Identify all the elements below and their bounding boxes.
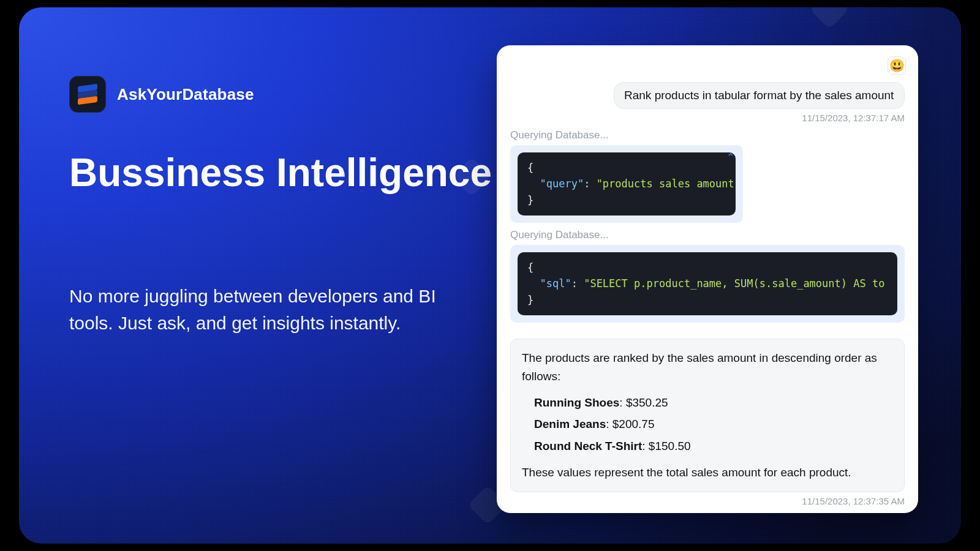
json-key: "sql" xyxy=(540,277,571,290)
brand-logo-icon xyxy=(69,76,106,113)
product-amount: $150.50 xyxy=(649,440,691,452)
product-list: Running Shoes: $350.25 Denim Jeans: $200… xyxy=(534,394,893,455)
product-name: Running Shoes xyxy=(534,396,619,409)
answer-outro: These values represent the total sales a… xyxy=(522,463,893,481)
product-name: Round Neck T-Shirt xyxy=(534,440,642,452)
json-key: "query" xyxy=(540,178,584,190)
product-amount: $350.25 xyxy=(626,396,668,409)
colon: : xyxy=(584,178,596,190)
brace: { xyxy=(527,162,533,174)
emoji-button[interactable]: 😃 xyxy=(888,56,906,75)
colon: : xyxy=(571,277,584,290)
brand-name: AskYourDatabase xyxy=(117,85,254,104)
hero-frame: AskYourDatabase Bussiness Intelligence N… xyxy=(19,7,961,544)
product-amount: $200.75 xyxy=(612,418,655,430)
brand: AskYourDatabase xyxy=(69,76,254,113)
json-value: "SELECT p.product_name, SUM(s.sale_amoun… xyxy=(584,277,884,290)
decoration-diamond xyxy=(809,7,849,29)
status-label: Querying Database... xyxy=(510,129,905,141)
brace: { xyxy=(527,261,533,274)
code-block-query: { "query": "products sales amount" } xyxy=(518,152,736,216)
user-message-text: Rank products in tabular format by the s… xyxy=(624,89,894,102)
list-item: Denim Jeans: $200.75 xyxy=(534,415,893,433)
user-message-timestamp: 11/15/2023, 12:37:17 AM xyxy=(510,113,905,123)
brace: } xyxy=(527,294,533,306)
query-panel: ⌃ { "query": "products sales amount" } xyxy=(510,145,743,223)
json-value: "products sales amount" xyxy=(597,178,736,190)
smile-icon: 😃 xyxy=(889,58,905,73)
chevron-up-icon[interactable]: ⌃ xyxy=(726,151,734,163)
user-message-bubble: Rank products in tabular format by the s… xyxy=(614,82,905,109)
headline-text: Bussiness Intelligence xyxy=(69,151,492,195)
code-block-sql: { "sql": "SELECT p.product_name, SUM(s.s… xyxy=(518,252,897,315)
answer-intro: The products are ranked by the sales amo… xyxy=(522,349,893,385)
product-name: Denim Jeans xyxy=(534,418,606,430)
status-label: Querying Database... xyxy=(510,229,905,241)
sql-panel: { "sql": "SELECT p.product_name, SUM(s.s… xyxy=(510,245,905,323)
brace: } xyxy=(527,194,533,206)
list-item: Running Shoes: $350.25 xyxy=(534,394,893,411)
assistant-answer: The products are ranked by the sales amo… xyxy=(510,339,905,492)
list-item: Round Neck T-Shirt: $150.50 xyxy=(534,437,893,455)
subheadline: No more juggling between developers and … xyxy=(69,283,449,336)
assistant-timestamp: 11/15/2023, 12:37:35 AM xyxy=(510,496,905,506)
headline: Bussiness Intelligence xyxy=(69,148,492,197)
chat-card: 😃 Rank products in tabular format by the… xyxy=(497,45,918,513)
